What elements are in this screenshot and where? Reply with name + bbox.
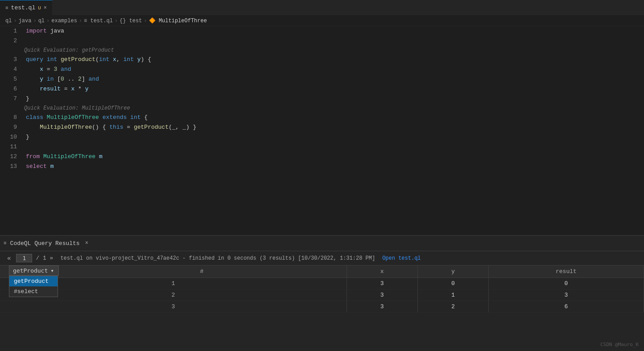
dropdown-selected-label: getProduct bbox=[13, 267, 48, 274]
cell-y: 0 bbox=[417, 278, 488, 290]
col-header-y: y bbox=[417, 265, 488, 278]
cell-y: 1 bbox=[417, 290, 488, 301]
breadcrumb-sep-2: › bbox=[33, 18, 36, 24]
line-content-1: import java bbox=[24, 26, 644, 36]
dropdown-list: getProduct #select bbox=[9, 276, 58, 297]
line-content-6: result = x * y bbox=[24, 84, 644, 94]
editor-line-1: 1 import java bbox=[0, 26, 644, 36]
results-tab-label: CodeQL Query Results bbox=[10, 240, 80, 247]
editor-line-11: 11 bbox=[0, 142, 644, 152]
results-tab-icon: ≡ bbox=[4, 241, 7, 246]
line-content-11 bbox=[24, 142, 644, 152]
minimap bbox=[617, 26, 644, 235]
dropdown-arrow-icon: ▾ bbox=[50, 267, 54, 274]
cell-result: 0 bbox=[488, 278, 644, 290]
line-content-10: } bbox=[24, 132, 644, 142]
line-number-1: 1 bbox=[2, 26, 24, 36]
tab-close-button[interactable]: × bbox=[44, 5, 47, 11]
breadcrumb-item-examples[interactable]: examples bbox=[51, 18, 77, 24]
results-table-wrapper: getProduct ▾ getProduct #select # x y re… bbox=[0, 265, 644, 351]
editor-line-9: 9 MultipleOfThree() { this = getProduct(… bbox=[0, 122, 644, 132]
breadcrumb: ql › java › ql › examples › ≡ test.ql › … bbox=[0, 16, 644, 26]
hint-multipleofthree: Quick Evaluation: MultipleOfThree bbox=[0, 104, 644, 113]
line-content-4: x = 3 and bbox=[24, 65, 644, 74]
results-dropdown-button[interactable]: getProduct ▾ bbox=[9, 265, 59, 276]
line-number-11: 11 bbox=[2, 142, 24, 152]
editor-line-10: 10 } bbox=[0, 132, 644, 142]
dropdown-option-select[interactable]: #select bbox=[9, 286, 58, 297]
results-tab-close-button[interactable]: × bbox=[85, 240, 88, 246]
table-header-row: # x y result bbox=[0, 265, 644, 278]
page-number-input[interactable] bbox=[16, 254, 32, 262]
line-number-4: 4 bbox=[2, 65, 24, 74]
table-row: 3 3 2 6 bbox=[0, 301, 644, 313]
line-number-3: 3 bbox=[2, 55, 24, 65]
line-content-13: select m bbox=[24, 162, 644, 171]
line-number-2: 2 bbox=[2, 36, 24, 46]
cell-y: 2 bbox=[417, 301, 488, 313]
line-number-9: 9 bbox=[2, 122, 24, 132]
open-test-ql-link[interactable]: Open test.ql bbox=[382, 255, 421, 261]
editor-line-5: 5 y in [0 .. 2] and bbox=[0, 74, 644, 84]
line-number-5: 5 bbox=[2, 74, 24, 84]
tab-bar: ≡ test.ql U × bbox=[0, 0, 644, 16]
line-content-5: y in [0 .. 2] and bbox=[24, 74, 644, 84]
line-content-3: query int getProduct(int x, int y) { bbox=[24, 55, 644, 65]
tab-label: test.ql bbox=[11, 4, 36, 11]
editor-line-3: 3 query int getProduct(int x, int y) { bbox=[0, 55, 644, 65]
cell-x: 3 bbox=[347, 290, 417, 301]
editor-content[interactable]: 1 import java 2 Quick Evaluation: getPro… bbox=[0, 26, 644, 235]
editor-line-12: 12 from MultipleOfThree m bbox=[0, 152, 644, 162]
cell-num: 3 bbox=[0, 301, 347, 313]
breadcrumb-sep-6: › bbox=[144, 18, 147, 24]
watermark: CSDN @Mauro_K bbox=[600, 342, 639, 347]
editor-line-4: 4 x = 3 and bbox=[0, 65, 644, 74]
line-number-13: 13 bbox=[2, 162, 24, 171]
breadcrumb-item-testql[interactable]: ≡ test.ql bbox=[84, 18, 113, 24]
table-row: 1 3 0 0 bbox=[0, 278, 644, 290]
editor-line-6: 6 result = x * y bbox=[0, 84, 644, 94]
breadcrumb-sep-3: › bbox=[46, 18, 50, 24]
breadcrumb-item-java[interactable]: java bbox=[19, 18, 32, 24]
breadcrumb-item-ql[interactable]: ql bbox=[5, 18, 12, 24]
line-content-9: MultipleOfThree() { this = getProduct(_,… bbox=[24, 122, 644, 132]
results-info-text: test.ql on vivo-project_Vitro_47ae42c - … bbox=[60, 255, 375, 261]
cell-x: 3 bbox=[347, 278, 417, 290]
line-number-12: 12 bbox=[2, 152, 24, 162]
breadcrumb-item-test[interactable]: {} test bbox=[120, 18, 142, 24]
breadcrumb-sep-1: › bbox=[13, 18, 17, 24]
cell-result: 3 bbox=[488, 290, 644, 301]
pagination-row: « / 1 » test.ql on vivo-project_Vitro_47… bbox=[0, 251, 644, 265]
line-number-6: 6 bbox=[2, 84, 24, 94]
breadcrumb-item-multipleofthree[interactable]: 🔶 MultipleOfThree bbox=[149, 17, 207, 24]
editor-line-2: 2 bbox=[0, 36, 644, 46]
tab-test-ql[interactable]: ≡ test.ql U × bbox=[0, 0, 53, 15]
page-total: / 1 » bbox=[36, 255, 53, 261]
line-number-7: 7 bbox=[2, 94, 24, 104]
col-header-result: result bbox=[488, 265, 644, 278]
hint-getproduct: Quick Evaluation: getProduct bbox=[0, 46, 644, 55]
prev-page-button[interactable]: « bbox=[5, 255, 12, 262]
col-header-x: x bbox=[347, 265, 417, 278]
editor-line-13: 13 select m bbox=[0, 162, 644, 171]
results-panel: ≡ CodeQL Query Results × « / 1 » test.ql… bbox=[0, 235, 644, 351]
results-tab-bar: ≡ CodeQL Query Results × bbox=[0, 236, 644, 251]
line-number-10: 10 bbox=[2, 132, 24, 142]
line-content-12: from MultipleOfThree m bbox=[24, 152, 644, 162]
dropdown-container: getProduct ▾ getProduct #select bbox=[9, 265, 59, 276]
breadcrumb-sep-5: › bbox=[115, 18, 118, 24]
results-table: # x y result 1 3 0 0 2 3 1 3 3 3 2 6 bbox=[0, 265, 644, 313]
line-content-2 bbox=[24, 36, 644, 46]
cell-result: 6 bbox=[488, 301, 644, 313]
breadcrumb-sep-4: › bbox=[79, 18, 82, 24]
editor-line-8: 8 class MultipleOfThree extends int { bbox=[0, 113, 644, 122]
dropdown-option-getproduct[interactable]: getProduct bbox=[9, 276, 58, 286]
tab-file-icon: ≡ bbox=[5, 5, 8, 11]
tab-modified-indicator: U bbox=[38, 5, 41, 11]
table-row: 2 3 1 3 bbox=[0, 290, 644, 301]
editor-area: 1 import java 2 Quick Evaluation: getPro… bbox=[0, 26, 644, 235]
breadcrumb-item-ql2[interactable]: ql bbox=[38, 18, 45, 24]
cell-x: 3 bbox=[347, 301, 417, 313]
editor-line-7: 7 } bbox=[0, 94, 644, 104]
line-content-7: } bbox=[24, 94, 644, 104]
